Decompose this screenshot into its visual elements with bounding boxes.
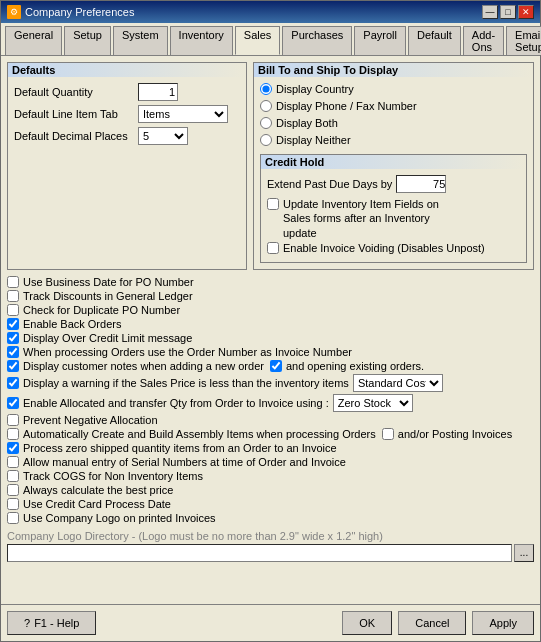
- check-15[interactable]: Use Credit Card Process Date: [7, 498, 534, 510]
- bill-radio-3[interactable]: [260, 134, 272, 146]
- checkbox-6[interactable]: [7, 360, 19, 372]
- tab-select[interactable]: Items: [138, 105, 228, 123]
- bill-option-2[interactable]: Display Both: [260, 117, 527, 129]
- decimal-select[interactable]: 5: [138, 127, 188, 145]
- check-label-3: Enable Back Orders: [23, 318, 121, 330]
- checkbox-16[interactable]: [7, 512, 19, 524]
- check-label-7: Display a warning if the Sales Price is …: [23, 377, 349, 389]
- footer-right: OK Cancel Apply: [342, 611, 534, 635]
- check-label-9: Prevent Negative Allocation: [23, 414, 158, 426]
- credit-check1[interactable]: Update Inventory Item Fields on Sales fo…: [267, 197, 520, 240]
- tab-emailsetup[interactable]: Email Setup: [506, 26, 541, 55]
- logo-path-input[interactable]: [7, 544, 512, 562]
- bill-option-label-3: Display Neither: [276, 134, 351, 146]
- checkbox-13[interactable]: [7, 470, 19, 482]
- extend-input[interactable]: [396, 175, 446, 193]
- credit-checkbox-2[interactable]: [267, 242, 279, 254]
- check-12[interactable]: Allow manual entry of Serial Numbers at …: [7, 456, 534, 468]
- decimal-row: Default Decimal Places 5: [14, 127, 240, 145]
- qty-input[interactable]: [138, 83, 178, 101]
- checkbox-3[interactable]: [7, 318, 19, 330]
- minimize-button[interactable]: —: [482, 5, 498, 19]
- footer-left: ? F1 - Help: [7, 611, 96, 635]
- maximize-button[interactable]: □: [500, 5, 516, 19]
- checkbox-6b[interactable]: [270, 360, 282, 372]
- tab-default[interactable]: Default: [408, 26, 461, 55]
- bill-radio-2[interactable]: [260, 117, 272, 129]
- tab-label: Default Line Item Tab: [14, 108, 134, 120]
- checkbox-2[interactable]: [7, 304, 19, 316]
- check-9[interactable]: Prevent Negative Allocation: [7, 414, 534, 426]
- credit-checkbox-1[interactable]: [267, 198, 279, 210]
- checkbox-4[interactable]: [7, 332, 19, 344]
- window-title: Company Preferences: [25, 6, 134, 18]
- qty-row: Default Quantity: [14, 83, 240, 101]
- close-button[interactable]: ✕: [518, 5, 534, 19]
- check-label-1: Track Discounts in General Ledger: [23, 290, 193, 302]
- credit-check1-label: Update Inventory Item Fields on Sales fo…: [283, 197, 463, 240]
- extend-label: Extend Past Due Days by: [267, 178, 392, 190]
- check-label-2: Check for Duplicate PO Number: [23, 304, 180, 316]
- check-8-dropdown[interactable]: Zero Stock All Stock: [333, 394, 413, 412]
- check-7-dropdown[interactable]: Standard Cost Average Cost Last Cost: [353, 374, 443, 392]
- check-label-6: Display customer notes when adding a new…: [23, 360, 264, 372]
- bill-option-label-0: Display Country: [276, 83, 354, 95]
- credit-title: Credit Hold: [261, 155, 526, 169]
- check-10: Automatically Create and Build Assembly …: [7, 428, 534, 440]
- check-14[interactable]: Always calculate the best price: [7, 484, 534, 496]
- bill-title: Bill To and Ship To Display: [254, 63, 533, 77]
- logo-section: Company Logo Directory - (Logo must be n…: [7, 530, 534, 562]
- tab-payroll[interactable]: Payroll: [354, 26, 406, 55]
- tab-system[interactable]: System: [113, 26, 168, 55]
- logo-browse-button[interactable]: ...: [514, 544, 534, 562]
- tab-setup[interactable]: Setup: [64, 26, 111, 55]
- check-5[interactable]: When processing Orders use the Order Num…: [7, 346, 534, 358]
- checkbox-8[interactable]: [7, 397, 19, 409]
- bill-option-1[interactable]: Display Phone / Fax Number: [260, 100, 527, 112]
- bill-option-3[interactable]: Display Neither: [260, 134, 527, 146]
- credit-box: Credit Hold Extend Past Due Days by Upda…: [260, 154, 527, 263]
- checkbox-12[interactable]: [7, 456, 19, 468]
- check-0[interactable]: Use Business Date for PO Number: [7, 276, 534, 288]
- checkbox-10b[interactable]: [382, 428, 394, 440]
- tab-general[interactable]: General: [5, 26, 62, 55]
- checkbox-5[interactable]: [7, 346, 19, 358]
- credit-check2[interactable]: Enable Invoice Voiding (Disables Unpost): [267, 242, 520, 254]
- qty-label: Default Quantity: [14, 86, 134, 98]
- check-label-11: Process zero shipped quantity items from…: [23, 442, 337, 454]
- checkbox-0[interactable]: [7, 276, 19, 288]
- check-13[interactable]: Track COGS for Non Inventory Items: [7, 470, 534, 482]
- tab-addons[interactable]: Add-Ons: [463, 26, 504, 55]
- check-1[interactable]: Track Discounts in General Ledger: [7, 290, 534, 302]
- app-icon: ⚙: [7, 5, 21, 19]
- checkbox-15[interactable]: [7, 498, 19, 510]
- check-label-8: Enable Allocated and transfer Qty from O…: [23, 397, 329, 409]
- tab-purchases[interactable]: Purchases: [282, 26, 352, 55]
- check-3[interactable]: Enable Back Orders: [7, 318, 534, 330]
- check-2[interactable]: Check for Duplicate PO Number: [7, 304, 534, 316]
- ok-button[interactable]: OK: [342, 611, 392, 635]
- checkbox-1[interactable]: [7, 290, 19, 302]
- tab-inventory[interactable]: Inventory: [170, 26, 233, 55]
- logo-label: Company Logo Directory - (Logo must be n…: [7, 530, 534, 542]
- checkbox-10[interactable]: [7, 428, 19, 440]
- check-11[interactable]: Process zero shipped quantity items from…: [7, 442, 534, 454]
- credit-days-row: Extend Past Due Days by: [267, 175, 520, 193]
- help-button[interactable]: ? F1 - Help: [7, 611, 96, 635]
- check-16[interactable]: Use Company Logo on printed Invoices: [7, 512, 534, 524]
- checkbox-7[interactable]: [7, 377, 19, 389]
- bill-option-0[interactable]: Display Country: [260, 83, 527, 95]
- bill-radio-0[interactable]: [260, 83, 272, 95]
- check-6: Display customer notes when adding a new…: [7, 360, 534, 372]
- checks-area: Use Business Date for PO Number Track Di…: [7, 276, 534, 524]
- check-4[interactable]: Display Over Credit Limit message: [7, 332, 534, 344]
- bill-radio-1[interactable]: [260, 100, 272, 112]
- checkbox-14[interactable]: [7, 484, 19, 496]
- checkbox-9[interactable]: [7, 414, 19, 426]
- content-area: Defaults Default Quantity Default Line I…: [1, 55, 540, 604]
- apply-button[interactable]: Apply: [472, 611, 534, 635]
- check-label-12: Allow manual entry of Serial Numbers at …: [23, 456, 346, 468]
- checkbox-11[interactable]: [7, 442, 19, 454]
- tab-sales[interactable]: Sales: [235, 26, 281, 55]
- cancel-button[interactable]: Cancel: [398, 611, 466, 635]
